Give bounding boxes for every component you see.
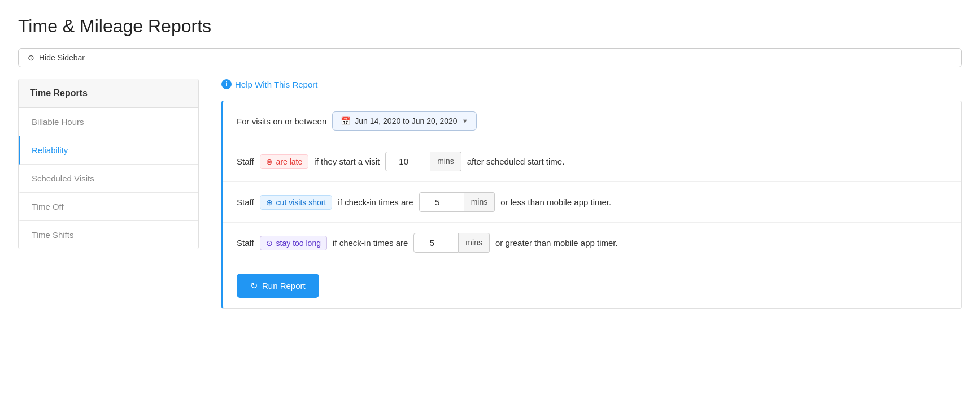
short-minutes-unit: mins xyxy=(464,192,495,212)
long-minutes-group: mins xyxy=(413,233,490,253)
sidebar-item-billable-hours[interactable]: Billable Hours xyxy=(19,108,198,136)
row3-prefix: Staff xyxy=(237,238,254,248)
sidebar-item-time-off[interactable]: Time Off xyxy=(19,193,198,221)
are-late-badge: ⊗ are late xyxy=(260,154,309,169)
run-report-row: ↻ Run Report xyxy=(223,263,961,308)
help-link[interactable]: i Help With This Report xyxy=(221,79,317,89)
row1-prefix: Staff xyxy=(237,157,254,166)
sidebar-header: Time Reports xyxy=(19,79,198,108)
stay-long-badge: ⊙ stay too long xyxy=(260,236,327,250)
date-range-row: For visits on or between 📅 Jun 14, 2020 … xyxy=(223,101,961,141)
hide-sidebar-label: Hide Sidebar xyxy=(39,53,85,62)
hide-sidebar-button[interactable]: ⊙ Hide Sidebar xyxy=(18,48,962,67)
row1-suffix: after scheduled start time. xyxy=(467,157,565,166)
sidebar-item-time-shifts[interactable]: Time Shifts xyxy=(19,221,198,249)
sidebar-item-reliability[interactable]: Reliability xyxy=(19,136,198,165)
report-form: For visits on or between 📅 Jun 14, 2020 … xyxy=(221,101,962,309)
row3-middle: if check-in times are xyxy=(333,238,408,248)
row2-suffix: or less than mobile app timer. xyxy=(500,197,611,207)
page-title: Time & Mileage Reports xyxy=(18,16,962,37)
refresh-icon: ↻ xyxy=(250,280,258,291)
late-minutes-group: mins xyxy=(385,152,461,171)
stay-long-row: Staff ⊙ stay too long if check-in times … xyxy=(223,223,961,263)
row3-suffix: or greater than mobile app timer. xyxy=(495,238,618,248)
short-minutes-group: mins xyxy=(419,192,495,212)
row1-middle: if they start a visit xyxy=(314,157,380,166)
run-report-label: Run Report xyxy=(262,281,306,291)
info-icon: i xyxy=(221,79,232,89)
stay-long-icon: ⊙ xyxy=(266,239,273,248)
cut-short-icon: ⊕ xyxy=(266,198,273,207)
date-range-picker[interactable]: 📅 Jun 14, 2020 to Jun 20, 2020 ▼ xyxy=(332,111,476,131)
date-range-value: Jun 14, 2020 to Jun 20, 2020 xyxy=(355,116,457,126)
sidebar-item-scheduled-visits[interactable]: Scheduled Visits xyxy=(19,165,198,193)
chevron-down-icon: ▼ xyxy=(462,118,468,124)
calendar-icon: 📅 xyxy=(341,116,350,126)
row2-middle: if check-in times are xyxy=(338,197,413,207)
are-late-label: are late xyxy=(276,157,303,166)
stay-long-label: stay too long xyxy=(276,239,321,248)
short-minutes-input[interactable] xyxy=(419,192,464,212)
help-link-label: Help With This Report xyxy=(235,80,317,89)
row2-prefix: Staff xyxy=(237,197,254,207)
sidebar: Time Reports Billable Hours Reliability … xyxy=(18,79,199,249)
main-content: i Help With This Report For visits on or… xyxy=(199,79,962,411)
late-minutes-unit: mins xyxy=(430,152,461,171)
eye-icon: ⊙ xyxy=(28,53,34,62)
late-icon: ⊗ xyxy=(266,157,273,166)
cut-short-badge: ⊕ cut visits short xyxy=(260,195,333,210)
cut-short-label: cut visits short xyxy=(276,198,326,207)
cut-short-row: Staff ⊕ cut visits short if check-in tim… xyxy=(223,182,961,223)
late-minutes-input[interactable] xyxy=(385,152,430,171)
date-prefix-label: For visits on or between xyxy=(237,116,326,126)
are-late-row: Staff ⊗ are late if they start a visit m… xyxy=(223,141,961,182)
run-report-button[interactable]: ↻ Run Report xyxy=(237,274,319,298)
long-minutes-unit: mins xyxy=(459,233,490,253)
long-minutes-input[interactable] xyxy=(413,233,459,253)
